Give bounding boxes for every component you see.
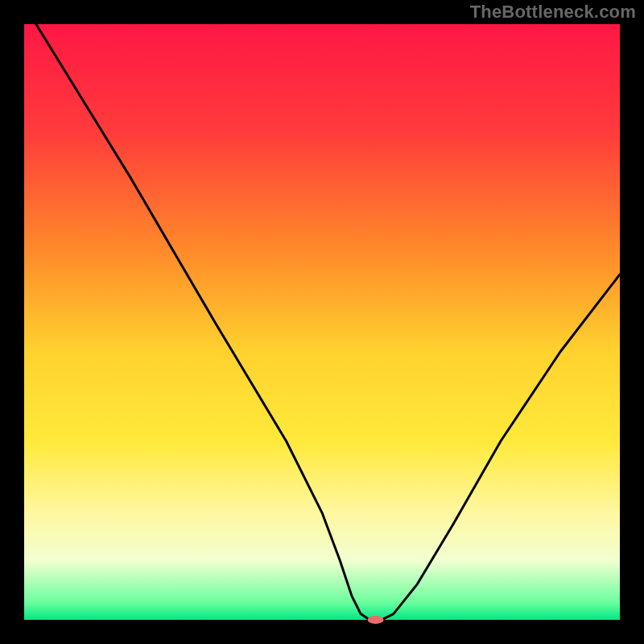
plot-background bbox=[24, 24, 620, 620]
attribution-text: TheBottleneck.com bbox=[470, 2, 636, 23]
optimum-marker bbox=[368, 616, 384, 624]
bottleneck-chart bbox=[0, 0, 644, 644]
chart-frame: TheBottleneck.com bbox=[0, 0, 644, 644]
